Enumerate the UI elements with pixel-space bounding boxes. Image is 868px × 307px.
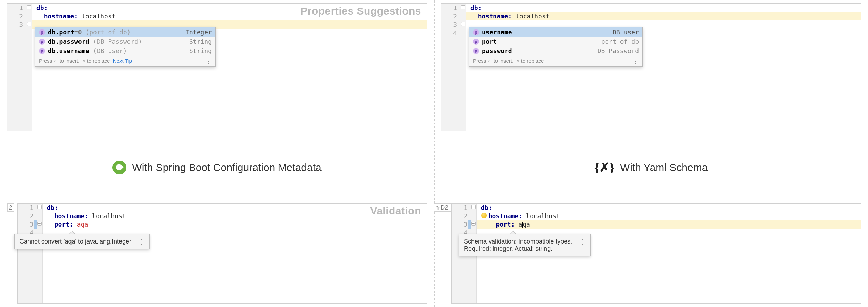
next-tip-link[interactable]: Next Tip (113, 58, 132, 64)
completion-type: String (189, 47, 212, 54)
section-title-yaml: {✗} With Yaml Schema (441, 142, 861, 193)
section-title-label: With Spring Boot Configuration Metadata (132, 162, 321, 173)
editor-spring-suggestions[interactable]: Properties Suggestions 1 2 3 db: hostnam… (7, 3, 427, 131)
fold-handle-icon[interactable] (27, 5, 31, 9)
spring-boot-icon (112, 161, 126, 174)
completion-type: DB user (612, 28, 639, 36)
tab-fragment[interactable]: 2 (7, 203, 14, 212)
intention-bulb-icon[interactable] (481, 213, 487, 218)
tab-fragment[interactable]: n-D2 (434, 203, 451, 212)
fold-handle-icon[interactable] (461, 22, 465, 26)
yaml-key: hostname (478, 12, 508, 20)
vertical-divider (434, 0, 435, 307)
fold-handle-icon[interactable] (37, 205, 42, 209)
property-icon: p (39, 29, 45, 35)
validation-tooltip: Cannot convert 'aqa' to java.lang.Intege… (14, 234, 150, 249)
more-icon[interactable]: ⋮ (138, 238, 144, 246)
completion-item[interactable]: p db.password (DB Password) String (35, 37, 215, 46)
property-icon: p (473, 29, 479, 35)
yaml-value: localhost (92, 212, 126, 220)
completion-hint: Press ↵ to insert, ⇥ to replace (39, 58, 110, 64)
yaml-value-error: aqa (77, 221, 89, 228)
selection-indicator (34, 220, 37, 229)
more-icon[interactable]: ⋮ (205, 57, 212, 65)
yaml-value: localhost (516, 12, 550, 20)
yaml-key: hostname (489, 212, 519, 220)
property-icon: p (39, 48, 45, 54)
completion-item[interactable]: p password DB Password (469, 46, 642, 56)
gutter: 1 2 3 (7, 4, 32, 131)
property-icon: p (473, 48, 479, 54)
yaml-key: port (55, 221, 69, 228)
completion-popup[interactable]: p db.port=0 (port of db) Integer p db.pa… (35, 27, 216, 67)
completion-type: String (189, 38, 212, 45)
yaml-key: db (481, 204, 489, 211)
selection-indicator (468, 220, 471, 229)
completion-hint: Press ↵ to insert, ⇥ to replace (473, 58, 544, 64)
more-icon[interactable]: ⋮ (579, 238, 585, 246)
validation-tooltip: Schema validation: Incompatible types. R… (459, 234, 591, 256)
fold-handle-icon[interactable] (461, 5, 465, 9)
yaml-value: aqa (518, 221, 530, 228)
tooltip-text: Schema validation: Incompatible types. R… (464, 238, 572, 253)
editor-spring-validation[interactable]: 2 Validation 1 2 3 4 db: hostname: local… (17, 203, 427, 304)
yaml-schema-icon: {✗} (594, 160, 615, 175)
property-icon: p (473, 39, 479, 45)
yaml-key: port (496, 221, 511, 228)
section-title-label: With Yaml Schema (620, 162, 708, 173)
completion-popup[interactable]: p username DB user p port port of db p p… (469, 27, 643, 67)
completion-type: DB Password (598, 47, 639, 54)
completion-type: Integer (185, 28, 212, 36)
yaml-key: db (47, 204, 55, 211)
yaml-value: localhost (526, 212, 560, 220)
completion-item[interactable]: p db.port=0 (port of db) Integer (35, 27, 215, 37)
section-title-spring: With Spring Boot Configuration Metadata (7, 142, 427, 193)
yaml-key: hostname (55, 212, 85, 220)
completion-footer: Press ↵ to insert, ⇥ to replace ⋮ (469, 56, 642, 66)
yaml-key: db (470, 4, 478, 11)
yaml-value: localhost (82, 12, 116, 20)
completion-item[interactable]: p port port of db (469, 37, 642, 46)
completion-item[interactable]: p db.username (DB user) String (35, 46, 215, 56)
yaml-key: hostname (44, 12, 74, 20)
property-icon: p (39, 39, 45, 45)
editor-yaml-suggestions[interactable]: 1 2 3 4 db: hostname: localhost p userna… (441, 3, 861, 131)
gutter: 1 2 3 4 (18, 204, 43, 303)
completion-type: port of db (601, 38, 639, 45)
gutter: 1 2 3 4 (441, 4, 466, 131)
yaml-key: db (36, 4, 44, 11)
completion-item[interactable]: p username DB user (469, 27, 642, 37)
tooltip-text: Cannot convert 'aqa' to java.lang.Intege… (19, 238, 131, 245)
more-icon[interactable]: ⋮ (632, 57, 639, 65)
fold-handle-icon[interactable] (27, 22, 31, 26)
fold-handle-icon[interactable] (471, 205, 476, 209)
editor-yaml-validation[interactable]: n-D2 1 2 3 4 db: hostname: localhost por… (451, 203, 861, 304)
text-caret (522, 222, 523, 228)
fold-handle-icon[interactable] (471, 222, 476, 226)
fold-handle-icon[interactable] (37, 222, 42, 226)
completion-footer: Press ↵ to insert, ⇥ to replace Next Tip… (35, 56, 215, 66)
